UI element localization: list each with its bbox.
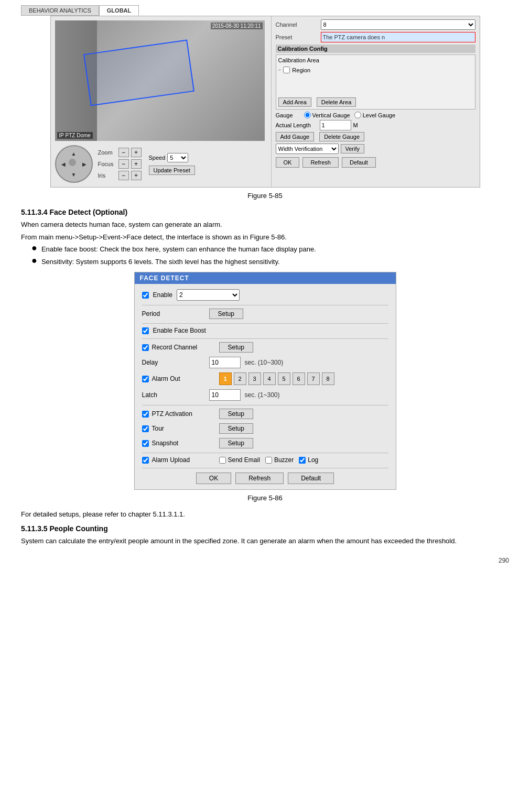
ptz-west[interactable]: ◀ — [58, 159, 69, 169]
tab-behavior-analytics[interactable]: BEHAVIOR ANALYTICS — [21, 5, 99, 16]
focus-plus-button[interactable]: + — [131, 159, 142, 169]
fd-send-email-checkbox[interactable] — [219, 457, 226, 464]
fd-delay-input[interactable] — [209, 357, 241, 368]
ptz-joystick[interactable]: ▲ ◀ ▶ ▼ — [55, 145, 93, 183]
fd-enable-select[interactable]: 2 — [177, 289, 240, 301]
fd-tour-row: Tour Setup — [142, 423, 388, 434]
figure-86-caption: Figure 5-86 — [21, 494, 509, 502]
fd-divider-2 — [142, 323, 388, 324]
iris-label: Iris — [98, 172, 116, 179]
figure-85-container: 2015-08-30 11:20:11 IP PTZ Dome ▲ ◀ ▶ ▼ — [50, 16, 480, 188]
actual-length-label: Actual Length — [276, 122, 318, 128]
alarm-btn-2[interactable]: 2 — [234, 372, 246, 385]
ptz-center — [69, 159, 76, 166]
update-preset-button[interactable]: Update Preset — [149, 166, 195, 175]
delete-gauge-button[interactable]: Delete Gauge — [319, 132, 364, 141]
calib-area-label: Calibration Area — [278, 57, 473, 63]
fd-send-email-option[interactable]: Send Email — [219, 456, 260, 464]
delete-area-button[interactable]: Delete Area — [317, 97, 356, 107]
alarm-btn-6[interactable]: 6 — [293, 372, 305, 385]
fd-period-label: Period — [142, 310, 205, 317]
region-checkbox[interactable] — [283, 67, 290, 73]
fd-face-boost-checkbox[interactable] — [142, 327, 149, 334]
fd-log-checkbox[interactable] — [299, 457, 306, 464]
fd-snapshot-setup-button[interactable]: Setup — [219, 438, 253, 448]
fd-refresh-button[interactable]: Refresh — [235, 473, 284, 484]
fd-record-channel-checkbox[interactable] — [142, 344, 149, 351]
alarm-btn-8[interactable]: 8 — [322, 372, 334, 385]
zoom-plus-button[interactable]: + — [131, 148, 142, 157]
fd-alarm-upload-checkbox[interactable] — [142, 457, 149, 464]
fd-ptz-activation-setup-button[interactable]: Setup — [219, 409, 253, 419]
settings-action-buttons: OK Refresh Default — [276, 157, 475, 168]
fd-enable-checkbox[interactable] — [142, 292, 149, 299]
ok-button[interactable]: OK — [276, 157, 300, 168]
focus-minus-button[interactable]: − — [118, 159, 129, 169]
fd-face-boost-label: Enable Face Boost — [153, 327, 206, 334]
fd-period-setup-button[interactable]: Setup — [209, 309, 243, 319]
width-verification-row: Width Verification Verify — [276, 144, 475, 154]
tab-global[interactable]: GLOBAL — [99, 5, 139, 16]
fd-alarm-out-label: Alarm Out — [152, 375, 215, 382]
fd-log-option[interactable]: Log — [299, 456, 318, 464]
ref-text: For detailed setups, please refer to cha… — [21, 510, 509, 518]
preset-input[interactable] — [321, 32, 475, 42]
zoom-minus-button[interactable]: − — [118, 148, 129, 157]
figure-86-container: FACE DETECT Enable 2 Period Setup Enable… — [134, 272, 396, 490]
alarm-btn-4[interactable]: 4 — [263, 372, 276, 385]
fd-divider-3 — [142, 338, 388, 339]
width-verification-select[interactable]: Width Verification — [276, 144, 339, 154]
camera-label: IP PTZ Dome — [57, 132, 93, 139]
section-5-11-3-4-para1: When camera detects human face, system c… — [21, 220, 509, 230]
fd-buzzer-option[interactable]: Buzzer — [265, 456, 294, 464]
level-gauge-option[interactable]: Level Gauge — [354, 112, 395, 118]
alarm-btn-7[interactable]: 7 — [307, 372, 320, 385]
fd-divider-1 — [142, 305, 388, 305]
add-gauge-button[interactable]: Add Gauge — [276, 132, 315, 141]
fd-default-button[interactable]: Default — [288, 473, 334, 484]
ptz-south[interactable]: ▼ — [69, 169, 79, 180]
fd-alarm-out-checkbox[interactable] — [142, 376, 149, 382]
fd-ok-button[interactable]: OK — [196, 473, 231, 484]
actual-length-input[interactable] — [320, 120, 351, 130]
fd-delay-note: sec. (10~300) — [245, 359, 284, 366]
vertical-gauge-radio[interactable] — [304, 112, 311, 118]
bullet-text-1: Sensitivity: System supports 6 levels. T… — [41, 257, 280, 267]
add-area-button[interactable]: Add Area — [278, 97, 311, 107]
fd-latch-input[interactable] — [209, 389, 241, 401]
ptz-east[interactable]: ▶ — [79, 159, 90, 169]
fd-alarm-upload-label: Alarm Upload — [152, 456, 215, 464]
alarm-btn-1[interactable]: 1 — [219, 372, 232, 385]
fd-buzzer-checkbox[interactable] — [265, 457, 272, 464]
iris-plus-button[interactable]: + — [131, 171, 142, 180]
fd-send-email-label: Send Email — [228, 456, 260, 464]
refresh-button[interactable]: Refresh — [302, 157, 339, 168]
verify-button[interactable]: Verify — [341, 144, 365, 153]
camera-timestamp: 2015-08-30 11:20:11 — [211, 23, 263, 29]
fd-tour-setup-button[interactable]: Setup — [219, 423, 253, 434]
alarm-btn-3[interactable]: 3 — [248, 372, 261, 385]
default-button[interactable]: Default — [342, 157, 376, 168]
calib-area-section: Calibration Area − Region Add Area Delet… — [276, 54, 475, 109]
camera-panel: 2015-08-30 11:20:11 IP PTZ Dome ▲ ◀ ▶ ▼ — [51, 16, 271, 187]
alarm-btn-5[interactable]: 5 — [278, 372, 290, 385]
vertical-gauge-option[interactable]: Vertical Gauge — [304, 112, 350, 118]
fd-tour-label: Tour — [152, 425, 215, 432]
channel-select[interactable]: 8 — [321, 19, 475, 30]
section-5-11-3-5-title: 5.11.3.5 People Counting — [21, 524, 509, 533]
fd-divider-5 — [142, 453, 388, 453]
focus-label: Focus — [98, 161, 116, 167]
fd-alarm-upload-row: Alarm Upload Send Email Buzzer Log — [142, 456, 388, 464]
fd-snapshot-checkbox[interactable] — [142, 440, 149, 447]
ptz-north[interactable]: ▲ — [69, 148, 79, 159]
level-gauge-radio[interactable] — [354, 112, 361, 118]
bullet-item-0: ● Enable face boost: Check the box here,… — [31, 244, 509, 255]
fd-tour-checkbox[interactable] — [142, 425, 149, 432]
fd-snapshot-label: Snapshot — [152, 440, 215, 447]
fd-ptz-activation-checkbox[interactable] — [142, 411, 149, 418]
ptz-sw — [58, 169, 69, 180]
iris-minus-button[interactable]: − — [118, 171, 129, 180]
speed-select[interactable]: 5 — [167, 153, 188, 162]
speed-label: Speed — [149, 155, 166, 161]
fd-record-channel-setup-button[interactable]: Setup — [219, 342, 253, 353]
